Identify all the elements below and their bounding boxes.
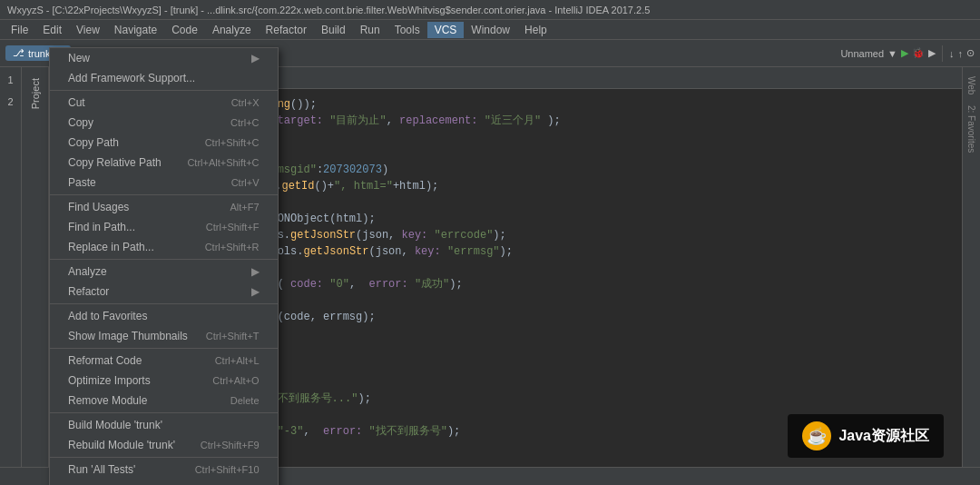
menu-item-show-thumbnails-label: Show Image Thumbnails [68, 330, 188, 342]
menu-window[interactable]: Window [464, 22, 517, 38]
dropdown-icon[interactable]: ▼ [887, 48, 897, 59]
menu-item-copy-label: Copy [68, 116, 212, 129]
watermark-icon: ☕ [802, 421, 831, 450]
menu-edit[interactable]: Edit [35, 22, 69, 38]
menu-item-remove-module-shortcut: Delete [230, 395, 260, 406]
coverage-icon[interactable]: ▶ [928, 47, 936, 59]
menu-item-find-in-path-shortcut: Ctrl+Shift+F [206, 222, 260, 233]
debug-icon[interactable]: 🐞 [912, 47, 925, 59]
menu-item-show-thumbnails[interactable]: Show Image Thumbnails Ctrl+Shift+T [50, 326, 278, 346]
context-menu-layer: New ▶ Add Framework Support... Cut Ctrl+… [49, 47, 279, 485]
analyze-arrow-icon: ▶ [251, 265, 260, 278]
menu-code[interactable]: Code [164, 22, 205, 38]
menu-sep-5 [50, 348, 278, 349]
menu-sep-2 [50, 194, 278, 195]
menu-item-remove-module[interactable]: Remove Module Delete [50, 391, 278, 411]
menu-item-copy-path[interactable]: Copy Path Ctrl+Shift+C [50, 133, 278, 153]
menu-item-copy[interactable]: Copy Ctrl+C [50, 113, 278, 133]
project-icon[interactable]: 1 [2, 71, 20, 89]
right-tabs: Web 2: Favorites [962, 67, 980, 485]
menu-bar: File Edit View Navigate Code Analyze Ref… [0, 20, 980, 40]
menu-item-run-tests[interactable]: Run 'All Tests' Ctrl+Shift+F10 [50, 460, 278, 480]
menu-item-remove-module-label: Remove Module [68, 394, 212, 407]
history-icon[interactable]: ⊙ [966, 47, 975, 59]
vcs-push-icon[interactable]: ↑ [958, 48, 964, 59]
structure-icon[interactable]: 2 [2, 93, 20, 111]
primary-context-menu: New ▶ Add Framework Support... Cut Ctrl+… [49, 47, 279, 485]
menu-item-cut-shortcut: Ctrl+X [231, 97, 260, 108]
menu-sep-6 [50, 412, 278, 413]
menu-item-add-to-favorites-label: Add to Favorites [68, 310, 260, 322]
menu-tools[interactable]: Tools [387, 22, 427, 38]
menu-item-replace-in-path-shortcut: Ctrl+Shift+R [205, 242, 260, 252]
menu-item-find-usages-label: Find Usages [68, 201, 211, 213]
menu-item-rebuild-module[interactable]: Rebuild Module 'trunk' Ctrl+Shift+F9 [50, 435, 278, 455]
menu-run[interactable]: Run [353, 22, 387, 38]
menu-refactor[interactable]: Refactor [259, 22, 314, 38]
menu-item-replace-in-path-label: Replace in Path... [68, 241, 187, 253]
menu-sep-1 [50, 90, 278, 91]
menu-sep-4 [50, 303, 278, 304]
toolbar-sep [942, 45, 943, 62]
menu-vcs[interactable]: VCS [427, 22, 465, 38]
side-icons: 1 2 [0, 67, 22, 485]
submenu-arrow-icon: ▶ [251, 52, 260, 64]
menu-item-add-framework[interactable]: Add Framework Support... [50, 68, 278, 88]
menu-item-analyze[interactable]: Analyze ▶ [50, 262, 278, 282]
menu-view[interactable]: View [69, 22, 107, 38]
project-panel: Project [22, 67, 49, 485]
menu-item-cut[interactable]: Cut Ctrl+X [50, 93, 278, 113]
watermark: ☕ Java资源社区 [788, 414, 944, 458]
menu-help[interactable]: Help [517, 22, 554, 38]
menu-item-optimize-imports-shortcut: Ctrl+Alt+O [212, 375, 259, 386]
play-icon[interactable]: ▶ [901, 47, 908, 59]
menu-item-show-thumbnails-shortcut: Ctrl+Shift+T [206, 331, 260, 341]
menu-item-paste-label: Paste [68, 176, 213, 189]
menu-item-add-to-favorites[interactable]: Add to Favorites [50, 306, 278, 326]
menu-item-copy-path-label: Copy Path [68, 136, 187, 149]
menu-item-build-module[interactable]: Build Module 'trunk' [50, 415, 278, 435]
menu-item-reformat[interactable]: Reformat Code Ctrl+Alt+L [50, 351, 278, 371]
menu-item-copy-path-shortcut: Ctrl+Shift+C [205, 137, 260, 148]
menu-navigate[interactable]: Navigate [107, 22, 164, 38]
vcs-update-icon[interactable]: ↓ [949, 48, 955, 59]
menu-item-run-tests-shortcut: Ctrl+Shift+F10 [195, 464, 260, 475]
menu-item-copy-relative-path-shortcut: Ctrl+Alt+Shift+C [187, 157, 259, 168]
menu-item-add-framework-label: Add Framework Support... [68, 72, 260, 84]
menu-item-paste[interactable]: Paste Ctrl+V [50, 173, 278, 193]
menu-item-new-label: New [68, 52, 244, 64]
menu-item-build-module-label: Build Module 'trunk' [68, 419, 260, 431]
menu-item-refactor[interactable]: Refactor ▶ [50, 282, 278, 302]
menu-item-find-usages[interactable]: Find Usages Alt+F7 [50, 197, 278, 217]
menu-item-find-in-path-label: Find in Path... [68, 221, 188, 233]
title-bar: WxyyzS - [C:\22xProjects\WxyyzS] - [trun… [0, 0, 980, 20]
menu-analyze[interactable]: Analyze [205, 22, 259, 38]
menu-item-analyze-label: Analyze [68, 265, 244, 278]
right-tab-web[interactable]: Web [965, 71, 978, 100]
menu-item-refactor-label: Refactor [68, 285, 244, 298]
menu-file[interactable]: File [4, 22, 35, 38]
watermark-text: Java资源社区 [838, 427, 929, 446]
menu-sep-3 [50, 259, 278, 260]
right-tab-favorites[interactable]: 2: Favorites [965, 100, 978, 158]
menu-item-optimize-imports[interactable]: Optimize Imports Ctrl+Alt+O [50, 371, 278, 391]
branch-icon: ⎇ [13, 47, 24, 59]
menu-item-run-tests-label: Run 'All Tests' [68, 463, 177, 476]
menu-item-cut-label: Cut [68, 96, 213, 109]
menu-build[interactable]: Build [314, 22, 353, 38]
menu-item-copy-relative-path[interactable]: Copy Relative Path Ctrl+Alt+Shift+C [50, 153, 278, 173]
menu-item-rebuild-module-label: Rebuild Module 'trunk' [68, 439, 182, 451]
refactor-arrow-icon: ▶ [251, 285, 260, 298]
menu-item-copy-relative-path-label: Copy Relative Path [68, 156, 169, 169]
menu-item-find-in-path[interactable]: Find in Path... Ctrl+Shift+F [50, 217, 278, 237]
title-text: WxyyzS - [C:\22xProjects\WxyyzS] - [trun… [7, 5, 650, 15]
menu-item-debug-tests[interactable]: Debug 'All Tests' [50, 480, 278, 485]
menu-item-rebuild-shortcut: Ctrl+Shift+F9 [201, 440, 260, 450]
menu-item-reformat-shortcut: Ctrl+Alt+L [215, 355, 260, 366]
panel-tab-project[interactable]: Project [26, 71, 44, 116]
menu-item-replace-in-path[interactable]: Replace in Path... Ctrl+Shift+R [50, 237, 278, 257]
menu-sep-7 [50, 457, 278, 458]
menu-item-paste-shortcut: Ctrl+V [231, 177, 260, 188]
branch-name: trunk [28, 48, 50, 59]
menu-item-new[interactable]: New ▶ [50, 48, 278, 68]
